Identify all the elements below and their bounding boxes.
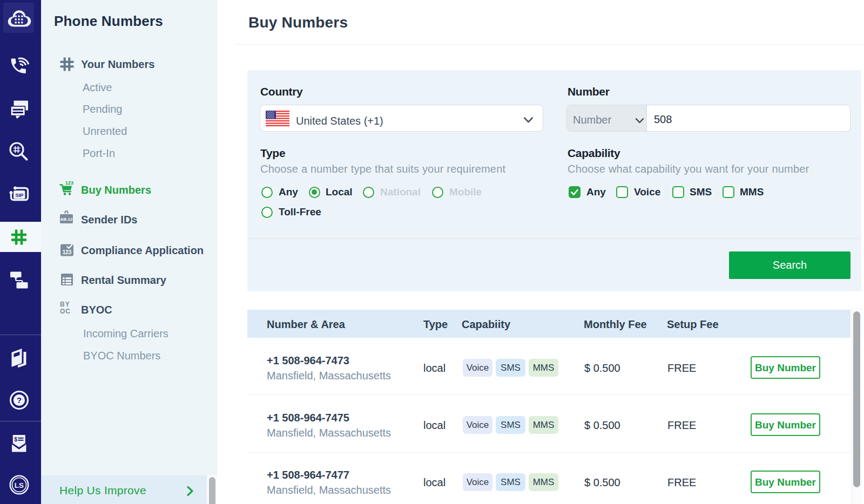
svg-text:?: ?: [17, 396, 22, 405]
svg-text:SIP: SIP: [15, 192, 24, 198]
svg-text:$: $: [14, 436, 17, 442]
svg-text:LS: LS: [15, 481, 24, 489]
svg-text:123: 123: [65, 180, 73, 186]
svg-text:AB-12: AB-12: [60, 217, 73, 222]
svg-text:123: 123: [63, 249, 72, 255]
